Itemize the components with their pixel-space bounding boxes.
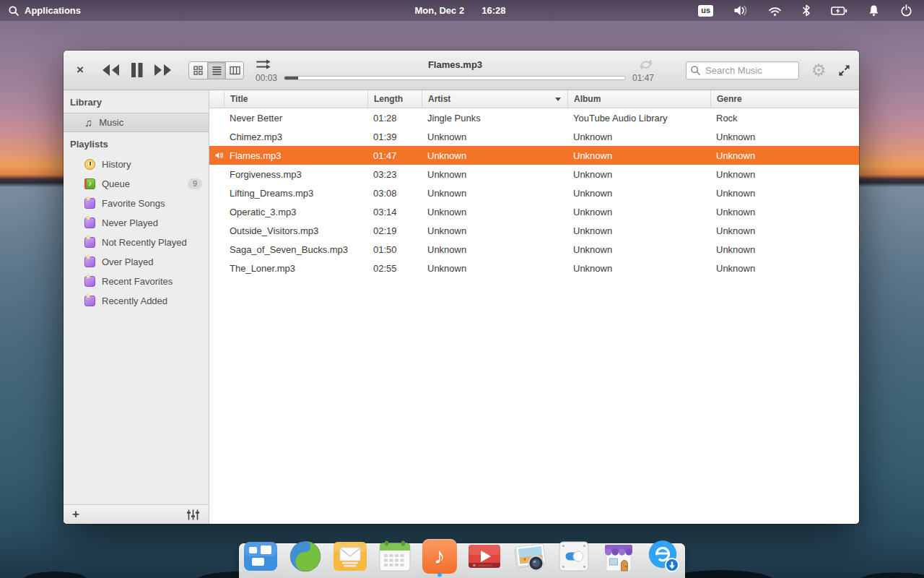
row-indicator-cell [209, 221, 224, 240]
shuffle-icon[interactable] [256, 59, 272, 70]
headerbar: Flames.mp3 00:03 01:47 [64, 51, 859, 90]
sidebar-item-label: Never Played [102, 217, 158, 228]
sort-arrow-icon [555, 98, 561, 101]
search-input[interactable] [686, 61, 799, 79]
dock-item-calendar[interactable] [378, 539, 412, 574]
playlists-section-header: Playlists [64, 132, 209, 155]
top-panel: Applications Mon, Dec 2 16:28 us [0, 0, 924, 21]
table-row[interactable]: Flames.mp301:47UnknownUnknownUnknown [209, 146, 859, 165]
table-row[interactable]: Outside_Visitors.mp302:19UnknownUnknownU… [209, 221, 859, 240]
sidebar-item-never-played[interactable]: Never Played [64, 213, 209, 233]
cell-genre: Unknown [710, 146, 859, 165]
add-playlist-button[interactable] [72, 507, 79, 522]
fullscreen-button[interactable] [838, 64, 850, 77]
settings-gear-button[interactable] [808, 61, 829, 79]
table-row[interactable]: Chimez.mp301:39UnknownUnknownUnknown [209, 127, 859, 146]
table-row[interactable]: Operatic_3.mp303:14UnknownUnknownUnknown [209, 202, 859, 221]
battery-charging-icon[interactable] [831, 5, 847, 17]
dock-item-web-browser[interactable] [288, 539, 323, 574]
cell-length: 02:55 [367, 259, 422, 277]
column-header-album[interactable]: Album [567, 90, 710, 108]
cell-genre: Rock [710, 108, 859, 127]
cell-album: Unknown [567, 165, 710, 184]
keyboard-layout-indicator[interactable]: us [698, 5, 713, 17]
previous-button[interactable] [101, 63, 121, 77]
pause-button[interactable] [129, 62, 144, 78]
queue-icon [84, 178, 95, 189]
table-row[interactable]: Never Better01:28Jingle PunksYouTube Aud… [209, 108, 859, 127]
search-field-wrap [686, 61, 799, 79]
power-icon[interactable] [900, 4, 912, 17]
column-header-title[interactable]: Title [224, 90, 367, 108]
seekbar-progress [284, 77, 298, 79]
equalizer-button[interactable] [186, 509, 200, 520]
playing-speaker-icon [215, 151, 224, 160]
applications-menu[interactable]: Applications [0, 5, 81, 17]
sidebar-item-recently-added[interactable]: Recently Added [64, 291, 209, 311]
sidebar-item-favorite-songs[interactable]: Favorite Songs [64, 194, 209, 213]
dock [239, 543, 685, 578]
column-view-button[interactable] [225, 62, 243, 79]
sidebar-item-label: History [102, 159, 131, 170]
grid-view-button[interactable] [189, 62, 207, 79]
wifi-icon[interactable] [768, 5, 782, 17]
volume-icon[interactable] [733, 4, 748, 17]
library-section-header: Library [64, 90, 209, 113]
column-header-artist[interactable]: Artist [422, 90, 567, 108]
expand-icon [838, 64, 850, 77]
sidebar-item-label: Recent Favorites [102, 276, 173, 287]
smart-playlist-icon [84, 296, 95, 306]
cell-length: 02:19 [367, 221, 422, 240]
dock-item-mail[interactable] [333, 539, 367, 574]
sidebar-item-queue[interactable]: Queue9 [64, 174, 209, 194]
sidebar-item-recent-favorites[interactable]: Recent Favorites [64, 272, 209, 291]
dock-item-photos[interactable] [512, 539, 546, 574]
column-header-length[interactable]: Length [367, 90, 422, 108]
table-row[interactable]: The_Loner.mp302:55UnknownUnknownUnknown [209, 259, 859, 277]
dock-item-appcenter[interactable] [601, 539, 636, 574]
table-header: Title Length Artist Album Genre [209, 90, 859, 108]
search-icon [8, 5, 19, 17]
sidebar-item-label: Queue [102, 178, 130, 189]
cell-artist: Unknown [422, 259, 567, 277]
next-button[interactable] [153, 63, 173, 77]
bluetooth-icon[interactable] [802, 4, 811, 17]
table-row[interactable]: Lifting_Dreams.mp303:08UnknownUnknownUnk… [209, 184, 859, 202]
dock-item-installer[interactable] [646, 539, 681, 574]
row-indicator-cell [209, 165, 224, 184]
notifications-icon[interactable] [868, 4, 880, 17]
cell-artist: Unknown [422, 240, 567, 259]
window-body: Library Music Playlists HistoryQueue9Fav… [64, 90, 859, 524]
row-indicator-cell [209, 202, 224, 221]
datetime-indicator[interactable]: Mon, Dec 2 16:28 [415, 5, 506, 16]
cell-genre: Unknown [710, 127, 859, 146]
cell-length: 01:47 [367, 146, 422, 165]
history-icon [84, 159, 95, 170]
dock-item-multitasking-view[interactable] [243, 539, 278, 574]
table-row[interactable]: Forgiveness.mp303:23UnknownUnknownUnknow… [209, 165, 859, 184]
search-icon [690, 65, 701, 76]
row-indicator-cell [209, 146, 224, 165]
repeat-icon[interactable] [638, 59, 654, 71]
cell-album: Unknown [567, 146, 710, 165]
sidebar-item-history[interactable]: History [64, 155, 209, 174]
cell-artist: Unknown [422, 184, 567, 202]
dock-item-music[interactable] [422, 539, 457, 574]
list-view-button[interactable] [207, 62, 225, 79]
table-row[interactable]: Saga_of_Seven_Bucks.mp301:50UnknownUnkno… [209, 240, 859, 259]
sidebar-item-music[interactable]: Music [64, 113, 209, 132]
cell-genre: Unknown [710, 240, 859, 259]
panel-time: 16:28 [481, 5, 505, 16]
dock-item-system-settings[interactable] [557, 539, 591, 574]
sidebar-item-over-played[interactable]: Over Played [64, 252, 209, 272]
close-button[interactable] [72, 62, 88, 78]
seekbar[interactable] [284, 76, 626, 80]
cell-album: Unknown [567, 127, 710, 146]
sidebar-item-not-recently-played[interactable]: Not Recently Played [64, 233, 209, 252]
dock-item-videos[interactable] [467, 539, 502, 574]
cell-title: Operatic_3.mp3 [224, 202, 367, 221]
column-header-genre[interactable]: Genre [710, 90, 859, 108]
sidebar-item-label: Favorite Songs [102, 198, 165, 209]
now-playing-area: Flames.mp3 00:03 01:47 [256, 58, 654, 83]
row-indicator-cell [209, 127, 224, 146]
